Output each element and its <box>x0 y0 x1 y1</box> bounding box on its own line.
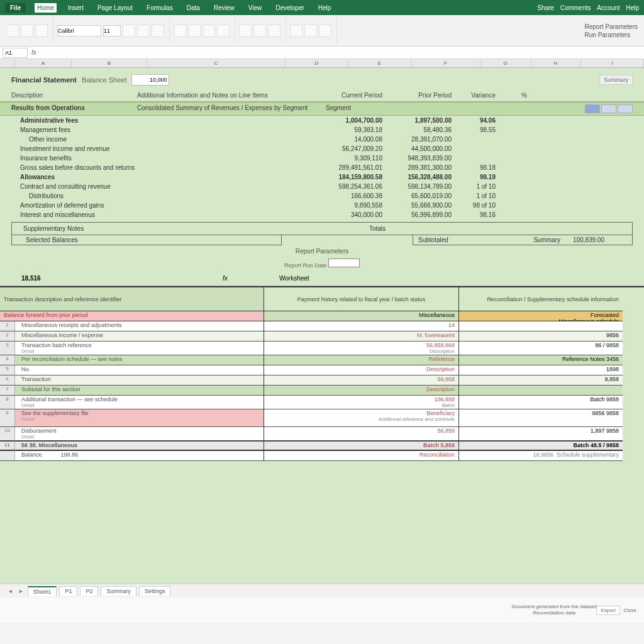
copy-button[interactable] <box>35 25 48 37</box>
report-title: Financial Statement <box>11 76 77 84</box>
formula-input[interactable] <box>40 48 641 58</box>
report-amount-input[interactable] <box>131 74 169 86</box>
table-row[interactable]: 3Transaction batch referenceDetail56,858… <box>0 341 644 355</box>
lower-footer-row: Balance198.86 Reconciliation 18,9856 Sch… <box>0 451 644 461</box>
ribbon-tab-help[interactable]: Help <box>316 3 334 13</box>
table-row[interactable]: 6Transaction56,8589,858 <box>0 375 644 386</box>
table-row[interactable]: 7Subtotal for this sectionDescription <box>0 386 644 396</box>
align-right-button[interactable] <box>203 25 215 37</box>
table-row[interactable]: 1Miscellaneous receipts and adjustments1… <box>0 321 644 331</box>
lt-head-3: Reconciliation / Supplementary schedule … <box>459 287 623 311</box>
fin-column-headers: DescriptionAdditional Information and No… <box>0 89 644 102</box>
name-box[interactable] <box>3 48 28 58</box>
export-button[interactable]: Export <box>596 606 619 615</box>
fin-line-item[interactable]: Other income14,000.0828,391,070.00 <box>0 135 644 144</box>
underline-button[interactable] <box>152 25 164 37</box>
status-bar: Document generated from the dataset Reco… <box>0 597 644 623</box>
table-row[interactable]: 2Miscellaneous income / expenseM. fuvere… <box>0 331 644 341</box>
ribbon-tab-data[interactable]: Data <box>184 3 203 13</box>
paste-button[interactable] <box>6 25 19 37</box>
ribbon-tab-view[interactable]: View <box>246 3 265 13</box>
sheet-tab-3[interactable]: P2 <box>80 586 98 596</box>
footer-note: Document generated from the dataset Reco… <box>512 604 597 617</box>
lt-sub-3: ForecastedMiscellaneous schedule <box>459 311 623 321</box>
table-row[interactable]: 4Per reconciliation schedule — see notes… <box>0 355 644 365</box>
sheet-tab-4[interactable]: Summary <box>101 586 136 596</box>
fin-line-item[interactable]: Contract and consulting revenue598,254,3… <box>0 182 644 191</box>
table-row[interactable]: 5No.Description1898 <box>0 365 644 375</box>
fin-line-item[interactable]: Allowances184,159,800.58156,328,488.0098… <box>0 172 644 182</box>
align-left-button[interactable] <box>174 25 186 37</box>
ribbon-tab-insert[interactable]: Insert <box>65 3 86 13</box>
sheet-nav-next[interactable]: ► <box>17 588 25 594</box>
period-tabs[interactable] <box>585 104 633 113</box>
close-button[interactable]: Close <box>624 608 636 613</box>
lt-head-2: Payment history related to fiscal year /… <box>264 287 459 311</box>
table-row[interactable]: 1156 38. MiscellaneousBatch 5,858Batch 4… <box>0 441 644 451</box>
sheet-nav-prev[interactable]: ◄ <box>6 588 14 594</box>
lt-sub-1: Balance forward from prior period <box>0 311 264 321</box>
report-subtitle: Balance Sheet <box>82 76 127 84</box>
percent-button[interactable] <box>253 25 266 37</box>
fin-line-item[interactable]: Administrative fees1,004,700.001,897,500… <box>0 116 644 125</box>
table-row[interactable]: 10DisbursementDetail56,8581,897 9858 <box>0 427 644 441</box>
lt-sub-2: Miscellaneous <box>264 311 459 321</box>
lower-header-row: 18,516 fx Worksheet <box>0 274 644 286</box>
toolbar-side-sub: Run Parameters <box>585 31 638 39</box>
fin-line-item[interactable]: Gross sales before discounts and returns… <box>0 163 644 172</box>
italic-button[interactable] <box>137 25 150 37</box>
ribbon-right-help[interactable]: Help <box>626 4 639 11</box>
ribbon-tab-home[interactable]: Home <box>35 3 57 13</box>
lt-head-1: Transaction description and reference id… <box>0 287 264 311</box>
worksheet-area[interactable]: Financial Statement Balance Sheet Summar… <box>0 68 644 584</box>
sheet-tab-5[interactable]: Settings <box>139 586 171 596</box>
fin-line-item[interactable]: Interest and miscellaneous340,000.0056,9… <box>0 210 644 219</box>
sheet-tab-2[interactable]: P1 <box>59 586 77 596</box>
toolbar-side-title: Report Parameters <box>585 23 638 31</box>
fin-line-item[interactable]: Investment income and revenue56,247,009.… <box>0 144 644 153</box>
ribbon-share[interactable]: Share <box>537 4 554 11</box>
lower-table: Transaction description and reference id… <box>0 286 644 461</box>
ribbon-tab-developer[interactable]: Developer <box>273 3 307 13</box>
run-date-input[interactable] <box>328 258 360 267</box>
fin-group-header: Results from Operations Consolidated Sum… <box>0 102 644 116</box>
comma-button[interactable] <box>268 25 280 37</box>
align-center-button[interactable] <box>188 25 201 37</box>
font-size-select[interactable] <box>103 25 121 36</box>
formula-bar: fx <box>0 47 644 59</box>
file-menu[interactable]: File <box>5 3 26 13</box>
summary-link[interactable]: Summary <box>599 75 633 85</box>
cell-styles-button[interactable] <box>319 25 331 37</box>
fx-icon[interactable]: fx <box>28 49 40 56</box>
center-note2: Report Run Date <box>0 257 644 269</box>
font-select[interactable] <box>57 25 101 36</box>
ribbon-comments[interactable]: Comments <box>560 4 591 11</box>
cut-button[interactable] <box>21 25 33 37</box>
fin-line-item[interactable]: Management fees59,383.1858,480.3698.55 <box>0 125 644 135</box>
summary-box: SubtotaledSummary100,839.00 <box>413 235 633 245</box>
number-format-button[interactable] <box>239 25 252 37</box>
table-row[interactable]: 8Additional transaction — see scheduleDe… <box>0 396 644 409</box>
column-headers[interactable]: ABCDEFGHI <box>0 59 644 68</box>
format-table-button[interactable] <box>304 25 317 37</box>
ribbon-bar: File Home Insert Page Layout Formulas Da… <box>0 0 644 15</box>
ribbon-tab-formulas[interactable]: Formulas <box>144 3 175 13</box>
fin-line-item[interactable]: Distributions166,600.3865,600,019.001 of… <box>0 191 644 201</box>
sheet-tab-1[interactable]: Sheet1 <box>28 586 57 596</box>
fin-line-item[interactable]: Insurance benefits9,309,110948,393,839.0… <box>0 153 644 163</box>
center-note: Report Parameters <box>0 245 644 257</box>
sheet-tabs: ◄ ► Sheet1 P1 P2 Summary Settings <box>0 584 644 597</box>
ribbon-tab-pagelayout[interactable]: Page Layout <box>95 3 135 13</box>
merge-button[interactable] <box>217 25 230 37</box>
table-row[interactable]: 9See the supplementary fileDetailBenefic… <box>0 409 644 427</box>
ribbon-tab-review[interactable]: Review <box>211 3 237 13</box>
bold-button[interactable] <box>123 25 135 37</box>
ribbon-account[interactable]: Account <box>597 4 619 11</box>
conditional-formatting-button[interactable] <box>290 25 303 37</box>
fin-line-item[interactable]: Amortization of deferred gains9,890,5585… <box>0 201 644 210</box>
supplementary-box: Supplementary NotesTotals <box>11 222 633 235</box>
balances-box: Selected Balances <box>11 235 282 245</box>
toolbar: Report Parameters Run Parameters <box>0 15 644 47</box>
